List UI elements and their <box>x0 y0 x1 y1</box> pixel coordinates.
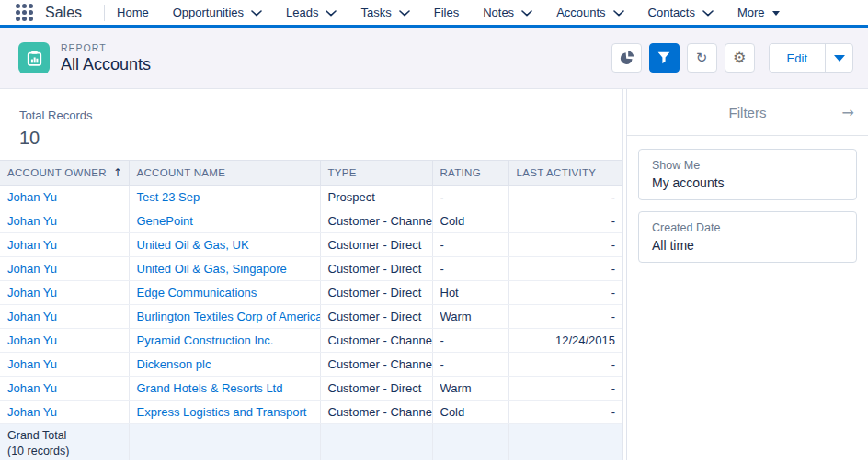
account-owner-link[interactable]: Johan Yu <box>7 262 57 276</box>
account-name-cell: Pyramid Construction Inc. <box>129 329 320 353</box>
edit-button[interactable]: Edit <box>770 44 825 72</box>
type-cell: Customer - Channel <box>320 329 432 353</box>
filters-panel: Filters → Show Me My accounts Created Da… <box>626 89 868 460</box>
type-cell: Customer - Direct <box>320 233 432 257</box>
account-name-link[interactable]: United Oil & Gas, Singapore <box>137 262 287 276</box>
chevron-down-icon <box>326 10 337 17</box>
rating-cell: Hot <box>432 281 508 305</box>
type-cell: Customer - Direct <box>320 305 432 329</box>
total-records-label: Total Records <box>19 108 622 122</box>
account-owner-cell: Johan Yu <box>0 305 129 329</box>
last-activity-cell: - <box>508 305 622 329</box>
column-header-last-activity[interactable]: LAST ACTIVITY <box>508 161 622 186</box>
grand-total-spacer <box>432 424 508 460</box>
last-activity-cell: - <box>508 209 622 233</box>
table-row: Johan YuGrand Hotels & Resorts LtdCustom… <box>0 377 622 401</box>
column-header-account-name[interactable]: ACCOUNT NAME <box>129 161 320 186</box>
account-owner-link[interactable]: Johan Yu <box>7 357 57 371</box>
last-activity-cell: - <box>508 281 622 305</box>
account-name-link[interactable]: Pyramid Construction Inc. <box>137 333 274 347</box>
account-name-link[interactable]: Dickenson plc <box>137 357 211 371</box>
global-navigation-bar: Sales HomeOpportunitiesLeadsTasksFilesNo… <box>0 0 868 28</box>
account-owner-cell: Johan Yu <box>0 377 129 401</box>
nav-item-leads[interactable]: Leads <box>274 0 348 25</box>
account-name-cell: Edge Communications <box>129 281 320 305</box>
collapse-panel-arrow-icon[interactable]: → <box>842 104 854 121</box>
grand-total-count: (10 records) <box>7 444 121 459</box>
grand-total-spacer <box>508 424 622 460</box>
total-records-summary: Total Records 10 <box>0 89 622 160</box>
nav-items: HomeOpportunitiesLeadsTasksFilesNotesAcc… <box>105 0 792 25</box>
nav-item-tasks[interactable]: Tasks <box>348 0 421 25</box>
filter-icon <box>657 51 670 64</box>
report-table: ACCOUNT OWNER↑ACCOUNT NAMETYPERATINGLAST… <box>0 160 622 460</box>
header-titles: REPORT All Accounts <box>61 42 151 74</box>
grand-total-spacer <box>320 424 432 460</box>
table-row: Johan YuBurlington Textiles Corp of Amer… <box>0 305 622 329</box>
account-name-cell: GenePoint <box>129 209 320 233</box>
nav-item-accounts[interactable]: Accounts <box>544 0 635 25</box>
chevron-down-icon <box>399 10 410 17</box>
nav-item-label: More <box>737 6 765 19</box>
filter-card-created-date[interactable]: Created Date All time <box>638 211 857 263</box>
nav-item-opportunities[interactable]: Opportunities <box>161 0 274 25</box>
account-owner-cell: Johan Yu <box>0 329 129 353</box>
nav-item-files[interactable]: Files <box>422 0 471 25</box>
column-header-label: ACCOUNT OWNER <box>7 167 107 178</box>
app-name[interactable]: Sales <box>45 5 82 21</box>
nav-item-label: Tasks <box>360 6 391 19</box>
account-name-link[interactable]: Burlington Textiles Corp of America <box>137 310 321 323</box>
nav-item-more[interactable]: More <box>725 0 792 25</box>
column-header-label: LAST ACTIVITY <box>517 167 597 178</box>
account-owner-link[interactable]: Johan Yu <box>7 190 57 204</box>
account-name-link[interactable]: Express Logistics and Transport <box>137 405 307 419</box>
filter-value: All time <box>652 238 843 253</box>
filters-title: Filters <box>729 105 767 120</box>
account-owner-link[interactable]: Johan Yu <box>7 310 57 323</box>
type-cell: Prospect <box>320 186 432 209</box>
settings-button[interactable]: ⚙ <box>725 43 755 73</box>
rating-cell: - <box>432 329 508 353</box>
caret-down-icon <box>834 55 845 62</box>
account-owner-link[interactable]: Johan Yu <box>7 238 57 252</box>
account-owner-link[interactable]: Johan Yu <box>7 214 57 228</box>
nav-item-notes[interactable]: Notes <box>471 0 544 25</box>
account-name-link[interactable]: Grand Hotels & Resorts Ltd <box>137 381 283 395</box>
app-launcher-icon[interactable] <box>16 4 33 21</box>
column-header-type[interactable]: TYPE <box>320 161 432 186</box>
account-name-link[interactable]: Test 23 Sep <box>137 190 200 204</box>
account-name-link[interactable]: Edge Communications <box>137 286 257 299</box>
nav-item-label: Leads <box>286 6 318 19</box>
edit-dropdown-button[interactable] <box>825 44 852 72</box>
account-owner-link[interactable]: Johan Yu <box>7 286 57 299</box>
column-header-account-owner[interactable]: ACCOUNT OWNER↑ <box>0 161 129 186</box>
table-row: Johan YuPyramid Construction Inc.Custome… <box>0 329 622 353</box>
account-name-link[interactable]: GenePoint <box>137 214 193 228</box>
filters-header: Filters → <box>627 89 868 136</box>
grand-total-cell: Grand Total (10 records) <box>0 424 129 460</box>
chevron-down-icon <box>521 10 532 17</box>
account-name-link[interactable]: United Oil & Gas, UK <box>137 238 249 252</box>
nav-item-home[interactable]: Home <box>105 0 161 25</box>
table-row: Johan YuTest 23 SepProspect-- <box>0 186 622 209</box>
chart-button[interactable] <box>611 43 642 73</box>
column-header-rating[interactable]: RATING <box>432 161 508 186</box>
filter-panel-button[interactable] <box>649 43 680 73</box>
rating-cell: - <box>432 186 508 209</box>
type-cell: Customer - Direct <box>320 377 432 401</box>
report-icon <box>18 42 50 73</box>
filter-card-show-me[interactable]: Show Me My accounts <box>638 149 857 200</box>
rating-cell: Warm <box>432 377 508 401</box>
rating-cell: Cold <box>432 401 508 424</box>
account-owner-link[interactable]: Johan Yu <box>7 405 57 419</box>
filter-label: Created Date <box>652 221 843 234</box>
refresh-button[interactable]: ↻ <box>687 43 717 73</box>
grand-total-spacer <box>129 424 320 460</box>
table-row: Johan YuDickenson plcCustomer - Channel-… <box>0 353 622 377</box>
header-actions: ↻ ⚙ Edit <box>611 43 853 73</box>
report-table-region: Total Records 10 ACCOUNT OWNER↑ACCOUNT N… <box>0 89 623 460</box>
account-name-cell: Dickenson plc <box>129 353 320 377</box>
nav-item-contacts[interactable]: Contacts <box>636 0 725 25</box>
account-owner-link[interactable]: Johan Yu <box>7 381 57 395</box>
account-owner-link[interactable]: Johan Yu <box>7 333 57 347</box>
